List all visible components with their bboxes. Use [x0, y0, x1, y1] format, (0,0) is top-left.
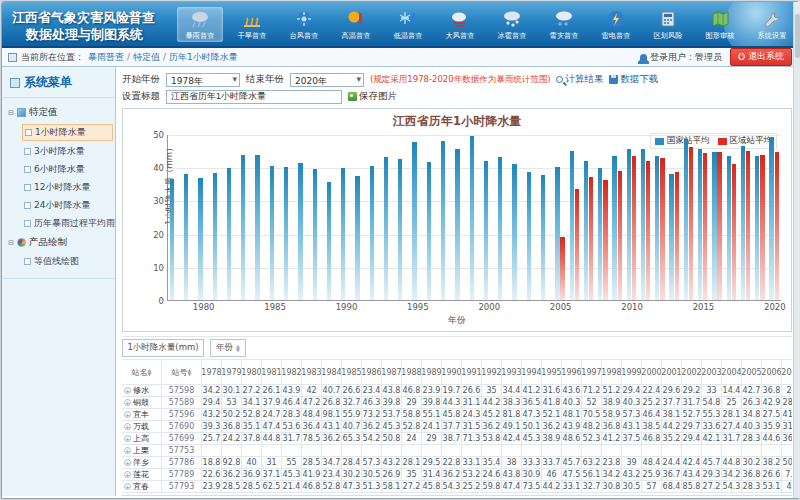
data-table: 1小时降水量(mm) 年份 ▲▼ 站名▲▼站号▲▼197819791980198… [122, 336, 792, 494]
sidebar-item[interactable]: 3小时降水量 [22, 144, 113, 159]
value-cell [402, 445, 422, 457]
value-cell: 25.2 [462, 481, 482, 493]
vertical-scrollbar[interactable] [793, 2, 800, 498]
logout-button[interactable]: ○ 退出系统 [730, 48, 792, 66]
value-cell: 32.7 [582, 481, 602, 493]
station-id-cell: 57789 [162, 469, 202, 481]
sidebar-item[interactable]: 24小时降水量 [22, 198, 113, 213]
bar-区域站平均-2013 [675, 172, 679, 300]
nav-item-hail[interactable]: 冰雹普查 [489, 7, 535, 42]
value-cell: 25 [722, 397, 742, 409]
nav-item-low-temp[interactable]: 低温普查 [385, 7, 431, 42]
value-cell: 44.6 [762, 433, 782, 445]
expand-icon[interactable]: + [124, 447, 131, 454]
nav-item-wrench[interactable]: 系统设置 [749, 7, 795, 42]
collapse-icon[interactable]: ⊟ [8, 109, 14, 117]
table-row: +修水5759834.230.127.226.143.94240.726.623… [122, 385, 792, 397]
breadcrumb-bar: 当前所在位置： 暴雨普查/特定值/历年1小时降水量 登录用户：管理员 ○ 退出系… [2, 48, 798, 67]
value-cell: 43.2 [382, 457, 402, 469]
horizontal-scrollbar[interactable] [122, 495, 792, 496]
nav-item-snow[interactable]: 雪灾普查 [541, 7, 587, 42]
y-tick: 30 [153, 196, 168, 206]
value-cell: 24.2 [222, 433, 242, 445]
app-title: 江西省气象灾害风险普查 数据处理与制图系统 [2, 6, 165, 43]
chart-title-input[interactable] [166, 90, 342, 104]
expand-icon[interactable]: + [124, 483, 131, 490]
value-cell: 42 [302, 385, 322, 397]
value-cell: 42.4 [682, 457, 702, 469]
tree-group-0[interactable]: ⊟特定值 [8, 104, 113, 121]
sidebar-item[interactable]: 12小时降水量 [22, 180, 113, 195]
save-image-button[interactable]: 保存图片 [348, 90, 397, 103]
expand-icon[interactable]: + [124, 423, 131, 430]
x-tick: 1980 [193, 300, 215, 312]
station-id-cell: 57596 [162, 409, 202, 421]
nav-item-lightning[interactable]: 雷电普查 [593, 7, 639, 42]
expand-icon[interactable]: + [124, 411, 131, 418]
expand-icon[interactable]: + [124, 435, 131, 442]
value-cell: 29.2 [682, 385, 702, 397]
value-cell: 24 [402, 433, 422, 445]
value-cell: 44.2 [662, 421, 682, 433]
value-cell: 52.1 [542, 409, 562, 421]
id-column-header[interactable]: 站号▲▼ [162, 359, 202, 385]
image-icon [348, 92, 357, 101]
download-button[interactable]: 数据下载 [609, 73, 658, 86]
year-sort-header[interactable]: 年份 ▲▼ [210, 339, 246, 357]
value-cell: 51.2 [602, 385, 622, 397]
year-column-header: 1989 [422, 359, 442, 385]
sidebar-item[interactable]: 历年暴雨过程平均雨量 [22, 216, 113, 231]
value-cell [762, 445, 782, 457]
bar-国家站平均-2014 [684, 139, 688, 300]
value-cell: 33.1 [462, 457, 482, 469]
value-cell: 28.7 [782, 397, 792, 409]
value-cell: 46.4 [282, 397, 302, 409]
typhoon-icon [293, 9, 315, 29]
sidebar-item[interactable]: 等值线绘图 [22, 254, 113, 269]
value-cell: 33.1 [562, 481, 582, 493]
end-year-select[interactable]: 2020年 [290, 73, 364, 87]
name-column-header[interactable]: 站名▲▼ [122, 359, 162, 385]
nav-item-gale[interactable]: 大风普查 [437, 7, 483, 42]
nav-item-high-temp[interactable]: 高温普查 [333, 7, 379, 42]
y-tick: 10 [153, 263, 168, 273]
value-cell [222, 445, 242, 457]
nav-item-map[interactable]: 图形审核 [697, 7, 743, 42]
expand-icon[interactable]: + [124, 387, 131, 394]
value-cell: 35.4 [482, 457, 502, 469]
sidebar-item[interactable]: 6小时降水量 [22, 162, 113, 177]
start-year-select[interactable]: 1978年 [166, 73, 240, 87]
value-cell: 34.8 [742, 409, 762, 421]
bar-国家站平均-1991 [355, 176, 359, 300]
station-name-cell: +上高 [122, 433, 162, 445]
value-cell: 39.8 [382, 397, 402, 409]
breadcrumb-segment[interactable]: 特定值 [133, 52, 160, 62]
value-cell: 54.8 [702, 397, 722, 409]
palette-icon [17, 238, 26, 247]
gale-icon [449, 9, 471, 29]
expand-icon[interactable]: + [124, 459, 131, 466]
value-cell: 38.5 [642, 421, 662, 433]
expand-icon[interactable]: + [124, 471, 131, 478]
expand-icon[interactable]: + [124, 399, 131, 406]
value-cell: 23.8 [602, 457, 622, 469]
value-cell: 33 [702, 385, 722, 397]
value-cell: 53.8 [482, 433, 502, 445]
value-cell: 55.1 [422, 409, 442, 421]
calculate-button[interactable]: 计算结果 [556, 73, 603, 86]
value-cell: 34.2 [602, 469, 622, 481]
nav-item-typhoon[interactable]: 台风普查 [281, 7, 327, 42]
value-cell: 34.2 [722, 469, 742, 481]
sidebar-item[interactable]: 1小时降水量 [22, 124, 113, 141]
station-name-cell: +萍乡 [122, 457, 162, 469]
breadcrumb-segment[interactable]: 暴雨普查 [88, 52, 124, 62]
nav-item-drought[interactable]: 干旱普查 [229, 7, 275, 42]
nav-item-calculator[interactable]: 区划风险 [645, 7, 691, 42]
gridline [168, 135, 781, 136]
bar-国家站平均-2017 [727, 156, 731, 300]
tree-group-1[interactable]: ⊟产品绘制 [8, 234, 113, 251]
nav-item-rainstorm[interactable]: 暴雨普查 [177, 7, 223, 42]
collapse-icon[interactable]: ⊟ [8, 239, 14, 247]
vertical-scrollbar-thumb[interactable] [795, 14, 800, 58]
breadcrumb-segment[interactable]: 历年1小时降水量 [169, 52, 238, 62]
